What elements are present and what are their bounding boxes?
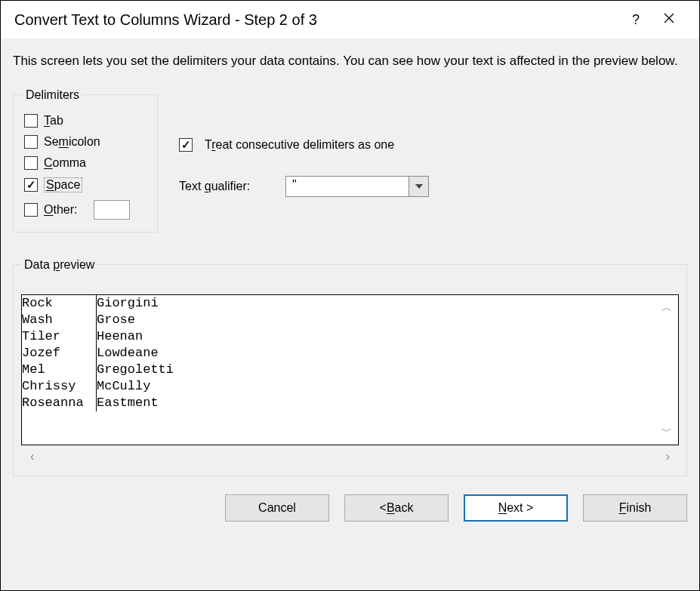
other-checkbox-row[interactable]: Other:	[24, 200, 148, 220]
consecutive-label: Treat consecutive delimiters as one	[205, 138, 394, 152]
scroll-up-icon[interactable]: ︿	[661, 300, 672, 316]
table-row: MelGregoletti	[22, 362, 678, 378]
dialog-body: This screen lets you set the delimiters …	[1, 38, 699, 590]
cell-firstname: Wash	[22, 312, 96, 328]
table-row: RockGiorgini	[22, 295, 678, 312]
back-button[interactable]: < Back	[344, 494, 449, 522]
consecutive-checkbox[interactable]	[179, 138, 193, 152]
next-button[interactable]: Next >	[464, 494, 568, 522]
qualifier-label: Text qualifier:	[179, 180, 273, 193]
close-icon[interactable]	[652, 12, 686, 28]
cancel-button[interactable]: Cancel	[225, 494, 329, 522]
other-label: Other:	[44, 203, 77, 217]
dialog-title: Convert Text to Columns Wizard - Step 2 …	[14, 11, 619, 29]
consecutive-checkbox-row[interactable]: Treat consecutive delimiters as one	[179, 138, 429, 152]
cell-firstname: Roseanna	[22, 395, 96, 411]
table-row: TilerHeenan	[22, 328, 678, 345]
cell-lastname: Heenan	[96, 328, 678, 345]
description-text: This screen lets you set the delimiters …	[13, 52, 687, 70]
data-preview-legend: Data preview	[21, 258, 97, 272]
comma-label: Comma	[44, 156, 86, 170]
table-row: RoseannaEastment	[22, 395, 678, 411]
table-row: ChrissyMcCully	[22, 378, 678, 395]
cell-firstname: Tiler	[22, 328, 96, 345]
cell-lastname: Lowdeane	[96, 345, 678, 362]
cell-lastname: McCully	[96, 378, 678, 395]
cell-lastname: Gregoletti	[96, 362, 678, 378]
comma-checkbox-row[interactable]: Comma	[24, 156, 148, 170]
comma-checkbox[interactable]	[24, 156, 38, 170]
tab-label: Tab	[44, 114, 63, 128]
cell-firstname: Rock	[22, 295, 96, 312]
space-label: Space	[44, 177, 82, 192]
cell-firstname: Chrissy	[22, 378, 96, 395]
space-checkbox[interactable]	[24, 178, 38, 192]
cell-firstname: Jozef	[22, 345, 96, 362]
help-icon[interactable]: ?	[619, 12, 652, 28]
scroll-left-icon[interactable]: ‹	[30, 450, 34, 463]
finish-button[interactable]: Finish	[583, 494, 687, 522]
data-preview-group: Data preview RockGiorginiWashGroseTilerH…	[13, 258, 687, 476]
other-checkbox[interactable]	[24, 203, 38, 217]
other-delimiter-input[interactable]	[94, 200, 130, 220]
button-bar: Cancel < Back Next > Finish	[13, 494, 687, 522]
table-row: WashGrose	[22, 312, 678, 328]
tab-checkbox[interactable]	[24, 114, 38, 128]
wizard-dialog: Convert Text to Columns Wizard - Step 2 …	[0, 0, 700, 591]
text-qualifier-combo[interactable]: "	[285, 176, 429, 197]
titlebar: Convert Text to Columns Wizard - Step 2 …	[1, 1, 699, 38]
semicolon-checkbox-row[interactable]: Semicolon	[24, 135, 148, 149]
scroll-down-icon[interactable]: ﹀	[661, 423, 672, 440]
scroll-right-icon[interactable]: ›	[666, 450, 670, 463]
cell-lastname: Eastment	[96, 395, 678, 411]
cell-lastname: Giorgini	[96, 295, 678, 312]
table-row: JozefLowdeane	[22, 345, 678, 362]
delimiters-legend: Delimiters	[23, 88, 82, 102]
preview-box: RockGiorginiWashGroseTilerHeenanJozefLow…	[21, 294, 679, 445]
text-qualifier-value: "	[286, 177, 409, 196]
delimiters-group: Delimiters Tab Semicolon Comma Space	[13, 88, 158, 232]
tab-checkbox-row[interactable]: Tab	[24, 114, 148, 128]
chevron-down-icon[interactable]	[409, 177, 428, 196]
semicolon-checkbox[interactable]	[24, 135, 38, 149]
semicolon-label: Semicolon	[44, 135, 100, 149]
space-checkbox-row[interactable]: Space	[24, 177, 148, 192]
cell-firstname: Mel	[22, 362, 96, 378]
cell-lastname: Grose	[96, 312, 678, 328]
